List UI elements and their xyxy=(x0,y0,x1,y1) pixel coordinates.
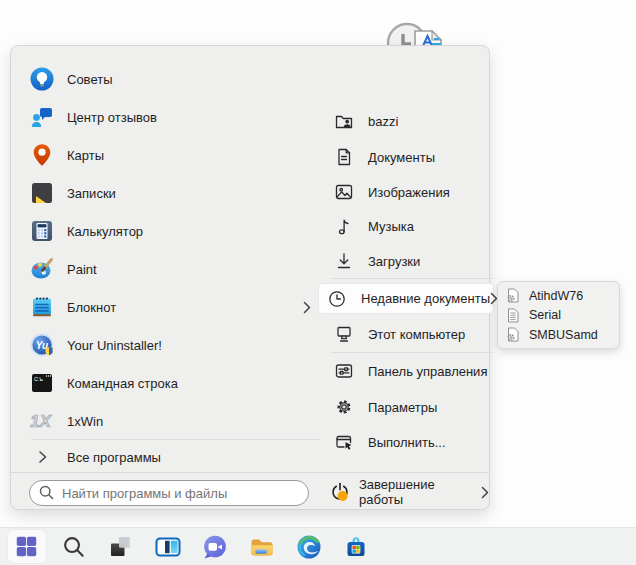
menu-item-command-prompt[interactable]: C:\ Командная строка xyxy=(21,364,317,402)
search-icon xyxy=(39,485,54,500)
setup-information-file-icon xyxy=(506,327,520,342)
menu-item-label: Your Uninstaller! xyxy=(67,338,162,353)
file-explorer-icon xyxy=(249,534,275,560)
tips-icon xyxy=(29,66,55,92)
control-panel-icon xyxy=(334,361,354,381)
documents-icon xyxy=(334,147,354,167)
menu-item-label: Музыка xyxy=(368,219,414,234)
1xwin-icon: 1X xyxy=(29,408,55,434)
menu-item-label: Блокнот xyxy=(67,300,116,315)
menu-item-label: Выполнить... xyxy=(368,435,446,450)
calculator-icon xyxy=(29,218,55,244)
menu-item-calculator[interactable]: Калькулятор xyxy=(21,212,317,250)
menu-item-label: Командная строка xyxy=(67,376,178,391)
music-icon xyxy=(334,216,354,236)
menu-item-label: Этот компьютер xyxy=(368,327,465,342)
edge-browser-button[interactable] xyxy=(285,528,332,565)
flyout-item[interactable]: AtihdW76 xyxy=(498,286,619,306)
left-column-separator xyxy=(31,439,319,440)
pictures-icon xyxy=(334,182,354,202)
your-uninstaller-icon: Yu xyxy=(29,332,55,358)
start-menu: Советы Центр отзывов Карты Записки Кальк… xyxy=(10,45,490,510)
settings-gear-icon xyxy=(334,397,354,417)
run-icon xyxy=(334,432,354,452)
power-icon xyxy=(329,481,351,503)
recent-clock-icon xyxy=(327,289,347,309)
start-button[interactable] xyxy=(8,530,46,563)
taskbar xyxy=(0,527,636,565)
menu-item-documents[interactable]: Документы xyxy=(326,142,493,172)
menu-item-control-panel[interactable]: Панель управления xyxy=(326,356,493,386)
flyout-item-label: AtihdW76 xyxy=(529,289,583,303)
chat-icon xyxy=(202,534,228,560)
menu-item-downloads[interactable]: Загрузки xyxy=(326,246,493,276)
text-document-icon xyxy=(506,308,520,323)
menu-item-label: Калькулятор xyxy=(67,224,143,239)
menu-item-label: bazzi xyxy=(368,114,398,129)
chevron-right-icon xyxy=(29,450,55,464)
menu-item-sticky-notes[interactable]: Записки xyxy=(21,174,317,212)
setup-information-file-icon xyxy=(506,288,520,303)
task-view-icon xyxy=(155,534,181,560)
menu-item-label: Центр отзывов xyxy=(67,110,157,125)
task-view-button[interactable] xyxy=(144,528,191,565)
flyout-item[interactable]: Serial xyxy=(498,306,619,326)
edge-browser-icon xyxy=(296,534,322,560)
menu-item-settings[interactable]: Параметры xyxy=(326,392,493,422)
menu-item-your-uninstaller[interactable]: Yu Your Uninstaller! xyxy=(21,326,317,364)
menu-item-label: Paint xyxy=(67,262,97,277)
start-menu-bottom-bar: Завершение работы xyxy=(11,472,489,510)
this-pc-icon xyxy=(334,324,354,344)
menu-item-pictures[interactable]: Изображения xyxy=(326,177,493,207)
menu-item-feedback-hub[interactable]: Центр отзывов xyxy=(21,98,317,136)
chat-button[interactable] xyxy=(191,528,238,565)
menu-item-label: Записки xyxy=(67,186,116,201)
taskbar-search-button[interactable] xyxy=(50,528,97,565)
menu-item-label: Загрузки xyxy=(368,254,420,269)
sticky-notes-icon xyxy=(29,180,55,206)
menu-item-run[interactable]: Выполнить... xyxy=(326,427,493,457)
chevron-right-icon[interactable] xyxy=(481,486,489,499)
downloads-icon xyxy=(334,251,354,271)
menu-item-recent-documents[interactable]: Недавние документы xyxy=(319,284,493,313)
file-explorer-button[interactable] xyxy=(238,528,285,565)
menu-item-user-bazzi[interactable]: bazzi xyxy=(326,106,493,136)
svg-text:1X: 1X xyxy=(30,412,52,431)
search-box xyxy=(29,480,309,506)
shutdown-button[interactable]: Завершение работы xyxy=(329,477,489,507)
menu-item-1xwin[interactable]: 1X 1xWin xyxy=(21,402,317,440)
user-folder-icon xyxy=(334,111,354,131)
menu-item-this-pc[interactable]: Этот компьютер xyxy=(326,319,493,349)
menu-item-label: Изображения xyxy=(368,185,450,200)
start-windows-icon xyxy=(15,535,38,558)
flyout-item-label: SMBUSamd xyxy=(529,328,598,342)
recent-documents-flyout: AtihdW76 Serial SMBUSamd xyxy=(497,281,620,349)
menu-item-label: Недавние документы xyxy=(361,291,490,306)
menu-item-label: Карты xyxy=(67,148,104,163)
microsoft-store-button[interactable] xyxy=(332,528,379,565)
microsoft-store-icon xyxy=(343,534,369,560)
menu-item-label: Панель управления xyxy=(368,364,487,379)
flyout-item[interactable]: SMBUSamd xyxy=(498,325,619,345)
command-prompt-icon: C:\ xyxy=(29,370,55,396)
menu-item-maps[interactable]: Карты xyxy=(21,136,317,174)
search-input[interactable] xyxy=(29,480,309,506)
shutdown-label: Завершение работы xyxy=(359,477,471,507)
menu-item-notepad[interactable]: Блокнот xyxy=(21,288,317,326)
menu-item-label: Советы xyxy=(67,72,112,87)
all-programs-item[interactable]: Все программы xyxy=(21,442,317,472)
menu-item-music[interactable]: Музыка xyxy=(326,211,493,241)
svg-text:C:\: C:\ xyxy=(34,376,42,382)
stacked-windows-icon xyxy=(108,534,134,560)
right-column-separator xyxy=(331,352,493,353)
chevron-right-icon xyxy=(303,301,311,314)
menu-item-paint[interactable]: Paint xyxy=(21,250,317,288)
flyout-item-label: Serial xyxy=(529,308,561,322)
paint-icon xyxy=(29,256,55,282)
taskbar-app-stacked-windows[interactable] xyxy=(97,528,144,565)
right-column-separator xyxy=(331,278,493,279)
feedback-hub-icon xyxy=(29,104,55,130)
menu-item-label: Документы xyxy=(368,150,435,165)
menu-item-label: 1xWin xyxy=(67,414,103,429)
menu-item-tips[interactable]: Советы xyxy=(21,60,317,98)
